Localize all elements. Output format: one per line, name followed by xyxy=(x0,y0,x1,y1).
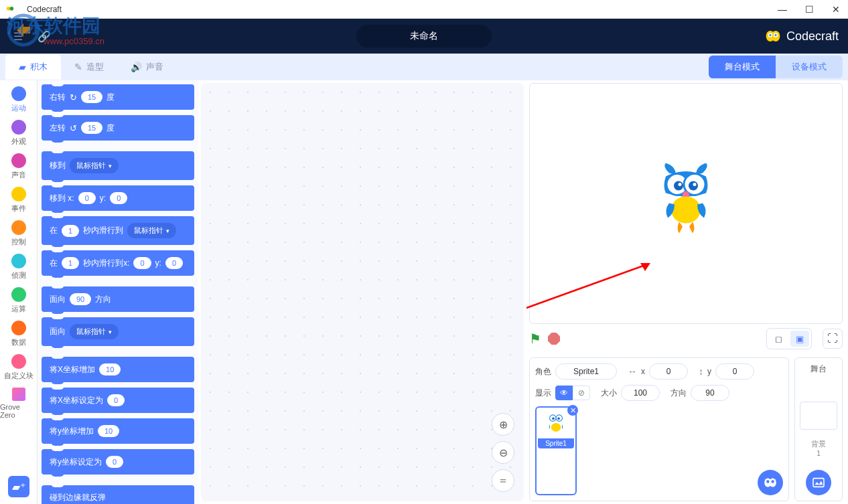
svg-point-14 xyxy=(693,183,697,186)
svg-point-23 xyxy=(551,423,561,432)
menu-icon[interactable]: ☰ xyxy=(9,26,27,47)
svg-point-22 xyxy=(557,418,560,420)
block-point-towards[interactable]: 面向鼠标指针 xyxy=(42,317,194,346)
sound-icon: 🔊 xyxy=(131,62,142,72)
svg-point-16 xyxy=(671,197,701,224)
sprite-x-input[interactable]: 0 xyxy=(649,363,688,380)
maximize-button[interactable]: ☐ xyxy=(802,4,816,15)
tab-costumes[interactable]: ✎造型 xyxy=(61,54,117,80)
block-set-x[interactable]: 将X坐标设定为0 xyxy=(42,388,194,413)
svg-point-13 xyxy=(679,183,682,186)
sprite-delete-button[interactable]: ✕ xyxy=(567,405,578,416)
block-bounce-edge[interactable]: 碰到边缘就反弹 xyxy=(42,485,194,504)
stage-large-button[interactable]: ▣ xyxy=(790,331,809,347)
block-goto-target[interactable]: 移到鼠标指针 xyxy=(42,151,194,180)
fullscreen-button[interactable]: ⛶ xyxy=(823,329,843,349)
category-motion[interactable]: 运动 xyxy=(11,84,26,115)
block-turn-right[interactable]: 右转↻15度 xyxy=(42,84,194,110)
stage-thumbnail[interactable] xyxy=(800,402,837,430)
svg-marker-18 xyxy=(640,263,650,271)
show-visible-button[interactable]: 👁 xyxy=(555,386,573,400)
blocks-palette: 右转↻15度 左转↺15度 移到鼠标指针 移到 x:0y:0 在1秒内滑行到鼠标… xyxy=(38,80,198,504)
add-extension-button[interactable]: ▰⁺ xyxy=(8,476,29,497)
block-glide-to[interactable]: 在1秒内滑行到鼠标指针 xyxy=(42,216,194,245)
block-point-direction[interactable]: 面向90方向 xyxy=(42,286,194,312)
category-operators[interactable]: 运算 xyxy=(11,285,26,316)
svg-point-26 xyxy=(766,480,769,483)
app-icon xyxy=(5,5,15,14)
show-hidden-button[interactable]: ⊘ xyxy=(573,386,590,400)
xy-icon: ↔ xyxy=(628,366,637,377)
blocks-icon: ▰ xyxy=(19,62,26,72)
window-titlebar: Codecraft — ☐ ✕ xyxy=(0,0,848,19)
project-name[interactable]: 未命名 xyxy=(356,25,492,48)
goto-dropdown[interactable]: 鼠标指针 xyxy=(70,158,119,173)
glide-dropdown[interactable]: 鼠标指针 xyxy=(127,223,176,238)
tab-sounds[interactable]: 🔊声音 xyxy=(117,54,177,80)
category-myblocks[interactable]: 自定义块 xyxy=(4,352,33,383)
svg-point-21 xyxy=(552,418,555,420)
category-sensing[interactable]: 侦测 xyxy=(11,252,26,282)
canvas-grid xyxy=(201,83,524,501)
sprite-owl[interactable] xyxy=(656,163,716,237)
sprite-list: ✕ Sprite1 xyxy=(535,406,783,495)
mode-device[interactable]: 设备模式 xyxy=(776,56,843,78)
svg-point-12 xyxy=(689,181,698,191)
stop-button[interactable] xyxy=(548,333,560,345)
sprite-info-panel: 角色Sprite1 ↔x0 ↕y0 显示👁⊘ 大小100 方向90 ✕ Spri… xyxy=(529,357,789,501)
brush-icon: ✎ xyxy=(74,62,82,72)
rotate-ccw-icon: ↺ xyxy=(70,123,77,133)
zoom-reset-button[interactable]: ＝ xyxy=(492,469,514,492)
zoom-out-button[interactable]: ⊖ xyxy=(492,441,514,464)
sprite-size-input[interactable]: 100 xyxy=(621,385,660,401)
tab-blocks[interactable]: ▰积木 xyxy=(5,54,61,80)
svg-point-1 xyxy=(9,6,13,10)
rotate-cw-icon: ↻ xyxy=(70,92,77,102)
category-variables[interactable]: 数据 xyxy=(11,319,26,349)
block-change-x[interactable]: 将X坐标增加10 xyxy=(42,357,194,382)
top-bar: ☰ 🔗 未命名 Codecraft xyxy=(0,19,848,54)
category-looks[interactable]: 外观 xyxy=(11,118,26,149)
minimize-button[interactable]: — xyxy=(776,4,789,15)
stage-section: 舞台 背景 1 xyxy=(794,357,843,501)
svg-point-27 xyxy=(771,480,774,483)
block-set-y[interactable]: 将y坐标设定为0 xyxy=(42,449,194,475)
stage-preview[interactable] xyxy=(529,83,843,324)
close-button[interactable]: ✕ xyxy=(829,4,843,15)
block-glide-xy[interactable]: 在1秒内滑行到x:0y:0 xyxy=(42,250,194,276)
category-events[interactable]: 事件 xyxy=(11,185,26,216)
category-control[interactable]: 控制 xyxy=(11,218,26,249)
right-panel: ⚑ ◻ ▣ ⛶ 角色Sprite1 ↔x0 ↕y0 显示👁⊘ 大小100 方向9… xyxy=(526,80,848,504)
zoom-in-button[interactable]: ⊕ xyxy=(492,413,514,436)
tabs-row: ▰积木 ✎造型 🔊声音 舞台模式 设备模式 xyxy=(0,54,848,80)
svg-point-8 xyxy=(774,34,776,36)
category-sidebar: 运动 外观 声音 事件 控制 侦测 运算 数据 自定义块 Grove Zero … xyxy=(0,80,38,504)
svg-point-11 xyxy=(674,181,683,191)
svg-line-17 xyxy=(526,264,647,308)
block-turn-left[interactable]: 左转↺15度 xyxy=(42,115,194,141)
sprite-y-input[interactable]: 0 xyxy=(715,363,754,380)
window-title: Codecraft xyxy=(27,5,62,14)
stage-small-button[interactable]: ◻ xyxy=(769,331,788,347)
link-icon[interactable]: 🔗 xyxy=(33,26,55,47)
brand-logo: Codecraft xyxy=(765,29,839,44)
add-backdrop-button[interactable] xyxy=(806,470,831,495)
block-goto-xy[interactable]: 移到 x:0y:0 xyxy=(42,185,194,211)
green-flag-button[interactable]: ⚑ xyxy=(529,331,541,347)
svg-point-7 xyxy=(769,34,771,36)
svg-rect-28 xyxy=(813,479,824,487)
point-dropdown[interactable]: 鼠标指针 xyxy=(70,324,119,339)
sprite-direction-input[interactable]: 90 xyxy=(691,385,729,401)
mode-stage[interactable]: 舞台模式 xyxy=(709,56,776,78)
sprite-thumb-sprite1[interactable]: ✕ Sprite1 xyxy=(535,406,577,495)
sprite-name-input[interactable]: Sprite1 xyxy=(555,363,617,380)
annotation-arrow xyxy=(523,258,657,311)
block-change-y[interactable]: 将y坐标增加10 xyxy=(42,418,194,444)
script-canvas[interactable]: ⊕ ⊖ ＝ xyxy=(201,83,524,501)
add-sprite-button[interactable] xyxy=(758,470,783,495)
category-sound[interactable]: 声音 xyxy=(11,151,26,182)
y-icon: ↕ xyxy=(699,366,703,377)
category-grove-zero[interactable]: Grove Zero xyxy=(0,386,37,421)
